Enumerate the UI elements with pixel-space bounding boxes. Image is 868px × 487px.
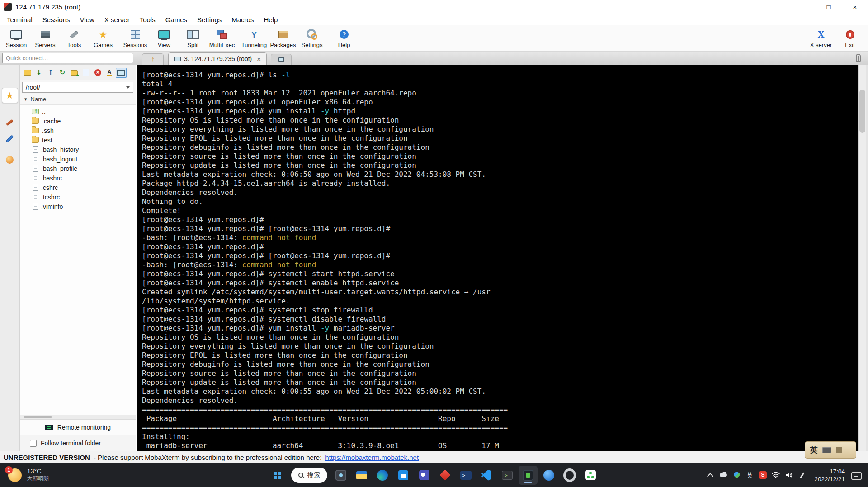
new-folder-icon[interactable] — [69, 68, 80, 78]
taskbar-app-settings[interactable] — [560, 466, 579, 485]
ime-keyboard-icon[interactable] — [822, 447, 831, 453]
taskbar-app-store[interactable] — [394, 466, 413, 485]
taskbar-app-mobaxterm[interactable] — [519, 466, 538, 485]
show-desktop-sliver[interactable] — [865, 466, 867, 484]
upload-icon[interactable] — [45, 68, 56, 78]
menu-sessions[interactable]: Sessions — [38, 16, 75, 24]
remote-monitoring-button[interactable]: Remote monitoring — [20, 419, 136, 435]
toolbar-session-button[interactable]: Session — [2, 26, 31, 51]
tree-item--bash-history[interactable]: .bash_history — [20, 145, 136, 154]
toolbar-packages-button[interactable]: Packages — [269, 26, 297, 51]
hscroll-thumb[interactable] — [24, 416, 52, 418]
sidebar-hscrollbar[interactable] — [20, 415, 136, 419]
pen-icon[interactable] — [798, 471, 806, 480]
taskbar-app-powershell[interactable] — [456, 466, 475, 485]
tree-item--tcshrc[interactable]: .tcshrc — [20, 192, 136, 202]
edit-file-icon[interactable] — [80, 68, 91, 78]
menu-terminal[interactable]: Terminal — [2, 16, 38, 24]
toolbar-tunneling-button[interactable]: Tunneling — [240, 26, 269, 51]
taskbar-app-vscode[interactable] — [477, 466, 496, 485]
tree-item--bash-logout[interactable]: .bash_logout — [20, 154, 136, 164]
menu-macros[interactable]: Macros — [226, 16, 259, 24]
touch-keyboard-icon[interactable] — [850, 471, 861, 480]
taskbar-app-photos[interactable] — [331, 466, 350, 485]
toolbar-help-button[interactable]: Help — [330, 26, 359, 51]
menu-tools[interactable]: Tools — [135, 16, 160, 24]
toolbar-settings-button[interactable]: Settings — [297, 26, 326, 51]
toolbar-xserver-button[interactable]: X server — [807, 26, 835, 51]
servers-icon — [38, 28, 52, 41]
tab-active-session[interactable]: 3. 124.71.179.235 (root) × — [168, 52, 267, 65]
tree-item--ssh[interactable]: .ssh — [20, 126, 136, 135]
menu-help[interactable]: Help — [259, 16, 283, 24]
tab-close-icon[interactable]: × — [257, 55, 261, 63]
tree-header[interactable]: ▾ Name — [20, 94, 136, 105]
view-icon — [157, 28, 171, 41]
taskbar-clock[interactable]: 17:04 2022/12/21 — [814, 468, 845, 483]
volume-icon[interactable] — [785, 471, 793, 480]
menu-x-server[interactable]: X server — [99, 16, 135, 24]
tab-collapsed-up[interactable] — [142, 53, 164, 65]
taskbar-app-teams[interactable] — [415, 466, 434, 485]
terminal-area[interactable]: [root@ecs-1314 yum.repos.d]# ls -ltotal … — [137, 65, 858, 451]
attachments-paperclip-icon[interactable] — [856, 54, 861, 62]
tree-item--cshrc[interactable]: .cshrc — [20, 183, 136, 192]
ime-mode-icon[interactable]: 英 — [745, 471, 754, 480]
sync-folder-icon[interactable] — [22, 68, 33, 78]
toolbar-sessions-button[interactable]: Sessions — [121, 26, 150, 51]
taskbar-app-blue-circle[interactable] — [539, 466, 558, 485]
terminal-scrollbar[interactable] — [858, 65, 866, 451]
tree-item--bashrc[interactable]: .bashrc — [20, 173, 136, 183]
taskbar-start-button[interactable] — [268, 466, 287, 485]
side-tab-tools[interactable] — [2, 115, 18, 130]
download-icon[interactable] — [33, 68, 44, 78]
ime-mode-label[interactable]: 英 — [810, 445, 818, 455]
taskbar-app-red-diamond[interactable] — [435, 466, 454, 485]
quick-connect-input[interactable] — [2, 53, 133, 63]
toolbar-view-button[interactable]: View — [150, 26, 179, 51]
toolbar-exit-button[interactable]: Exit — [835, 26, 864, 51]
ime-toolbar[interactable]: 英 — [805, 441, 856, 459]
delete-icon[interactable] — [92, 68, 103, 78]
tab-collapsed-extra[interactable] — [271, 54, 292, 65]
menu-games[interactable]: Games — [160, 16, 192, 24]
taskbar-app-file-explorer[interactable] — [352, 466, 371, 485]
mobatek-link[interactable]: https://mobaxterm.mobatek.net — [325, 454, 419, 461]
mobaxterm-logo-icon[interactable] — [4, 3, 12, 11]
tree-item--[interactable]: .. — [20, 107, 136, 116]
sogou-icon[interactable] — [759, 471, 767, 480]
security-shield-icon[interactable] — [732, 471, 741, 480]
taskbar-search[interactable]: 搜索 — [291, 468, 327, 483]
menu-view[interactable]: View — [75, 16, 99, 24]
tree-item--bash-profile[interactable]: .bash_profile — [20, 164, 136, 173]
toolbar-games-button[interactable]: Games — [89, 26, 118, 51]
tree-item--viminfo[interactable]: .viminfo — [20, 202, 136, 211]
rename-icon[interactable] — [104, 68, 115, 78]
follow-terminal-icon[interactable] — [116, 68, 127, 78]
refresh-icon[interactable] — [57, 68, 68, 78]
path-select[interactable]: /root/ — [22, 82, 133, 93]
side-tab-macros[interactable] — [2, 131, 18, 147]
follow-terminal-folder-checkbox[interactable] — [30, 440, 37, 447]
taskbar-app-terminal[interactable] — [498, 466, 517, 485]
wifi-icon[interactable] — [772, 471, 780, 480]
scrollbar-thumb[interactable] — [859, 90, 865, 133]
cloud-icon[interactable] — [719, 471, 727, 480]
minimize-button[interactable]: – — [789, 0, 816, 14]
toolbar-multiexec-button[interactable]: MultiExec — [208, 26, 236, 51]
tree-item-test[interactable]: test — [20, 135, 136, 145]
toolbar-tools-button[interactable]: Tools — [60, 26, 89, 51]
menu-settings[interactable]: Settings — [192, 16, 226, 24]
toolbar-split-button[interactable]: Split — [179, 26, 208, 51]
taskbar-weather-widget[interactable]: 1 13°C 大部晴朗 — [5, 463, 52, 487]
taskbar-app-green-app[interactable] — [581, 466, 600, 485]
maximize-button[interactable]: □ — [816, 0, 842, 14]
taskbar-app-edge[interactable] — [373, 466, 392, 485]
ime-toolbox-icon[interactable] — [836, 447, 842, 453]
chevron-up-icon[interactable] — [706, 471, 714, 480]
toolbar-servers-button[interactable]: Servers — [31, 26, 60, 51]
side-tab-sftp[interactable] — [2, 152, 18, 167]
tree-item--cache[interactable]: .cache — [20, 116, 136, 126]
close-button[interactable]: × — [842, 0, 868, 14]
side-tab-sessions[interactable] — [2, 88, 18, 103]
